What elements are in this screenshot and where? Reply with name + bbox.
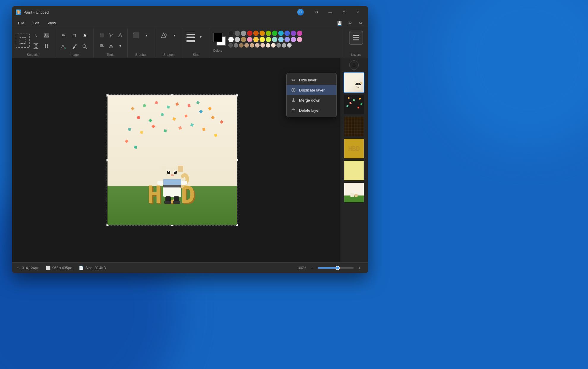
context-hide-layer[interactable]: Hide layer [287, 75, 336, 85]
selection-dropdown-btn[interactable] [42, 41, 51, 51]
color-swatch[interactable] [241, 37, 246, 42]
magnifier-btn[interactable] [80, 42, 90, 51]
save-button[interactable]: 💾 [335, 18, 344, 28]
color-swatch[interactable] [297, 31, 302, 36]
color-swatch[interactable] [255, 43, 260, 48]
text-btn[interactable]: A [80, 31, 90, 40]
layer-5-thumb[interactable] [344, 160, 364, 181]
color-swatch[interactable] [239, 43, 244, 48]
color-swatch[interactable] [272, 31, 277, 36]
color-swatch[interactable] [260, 43, 265, 48]
layer-6-thumb[interactable] [344, 182, 364, 203]
color-swatch[interactable] [253, 31, 259, 36]
tool-5[interactable] [106, 41, 116, 51]
redo-button[interactable]: ↪ [356, 18, 366, 28]
color-swatch[interactable] [244, 43, 249, 48]
color-swatch[interactable] [284, 31, 290, 36]
color-swatch[interactable] [228, 31, 234, 36]
color-swatch[interactable] [284, 37, 290, 42]
fill-btn[interactable] [59, 42, 68, 51]
eraser-btn[interactable]: ◻ [69, 31, 79, 40]
color-swatch[interactable] [241, 31, 246, 36]
color-swatch[interactable] [276, 43, 281, 48]
minimize-button[interactable]: — [323, 6, 337, 18]
tool-1[interactable]: ⬛ [97, 31, 107, 40]
tools-label: Tools [107, 53, 114, 56]
foreground-color[interactable] [213, 33, 222, 42]
selection-tool-btn[interactable] [16, 34, 30, 48]
size-section: ▼ Size [183, 28, 209, 58]
tool-3[interactable] [116, 31, 125, 40]
zoom-in-btn[interactable]: + [356, 264, 363, 272]
color-swatch[interactable] [228, 37, 234, 42]
hide-icon [291, 77, 296, 83]
color-swatch[interactable] [291, 37, 296, 42]
zoom-slider[interactable] [318, 267, 354, 269]
svg-rect-28 [163, 185, 181, 187]
color-swatch[interactable] [287, 43, 292, 48]
color-swatch[interactable] [271, 43, 276, 48]
layer-2-thumb[interactable] [344, 94, 364, 115]
color-swatch[interactable] [235, 31, 240, 36]
tool-6[interactable]: ▼ [116, 41, 125, 51]
color-swatch[interactable] [253, 37, 259, 42]
color-pick-btn[interactable] [69, 42, 79, 51]
color-swatch[interactable] [278, 31, 284, 36]
transform-tool-btn[interactable] [31, 41, 41, 51]
settings-btn[interactable]: ⚙ [310, 6, 323, 18]
color-swatch[interactable] [297, 37, 302, 42]
svg-rect-10 [353, 37, 359, 38]
color-swatch[interactable] [282, 43, 286, 48]
file-size-text: Size: 20.4KB [85, 266, 106, 270]
color-swatch[interactable] [235, 37, 240, 42]
image-tool-btn[interactable] [42, 31, 51, 40]
color-swatch[interactable] [272, 37, 277, 42]
zoom-out-btn[interactable]: − [309, 264, 316, 272]
context-merge-down[interactable]: Merge down [287, 95, 336, 105]
color-swatch[interactable] [260, 37, 265, 42]
menu-file[interactable]: File [15, 20, 28, 26]
tool-2[interactable] [106, 31, 116, 40]
maximize-button[interactable]: □ [337, 6, 351, 18]
tool-4[interactable] [97, 41, 107, 51]
crop-tool-btn[interactable]: ⤡ [31, 31, 41, 40]
size-dropdown-btn[interactable]: ▼ [196, 32, 206, 42]
shapes-btn[interactable] [159, 31, 168, 40]
layer-1-thumb[interactable] [344, 72, 364, 93]
duplicate-layer-label: Duplicate layer [299, 88, 325, 92]
color-swatch[interactable] [234, 43, 238, 48]
window-title: Paint - Untitled [23, 10, 294, 15]
color-swatch[interactable] [260, 31, 265, 36]
color-swatch[interactable] [247, 37, 252, 42]
svg-rect-36 [349, 197, 359, 200]
color-swatch[interactable] [250, 43, 254, 48]
delete-layer-label: Delete layer [299, 108, 320, 113]
color-swatch[interactable] [278, 37, 284, 42]
add-layer-btn[interactable]: + [349, 60, 359, 70]
context-delete-layer[interactable]: Delete layer [287, 105, 336, 115]
merge-down-label: Merge down [299, 98, 320, 102]
shapes-dropdown-btn[interactable]: ▼ [170, 31, 179, 40]
color-swatch[interactable] [266, 43, 270, 48]
context-duplicate-layer[interactable]: Duplicate layer [287, 85, 336, 95]
menu-view[interactable]: View [44, 20, 59, 26]
undo-button[interactable]: ↩ [345, 18, 355, 28]
duplicate-icon [291, 87, 296, 93]
close-button[interactable]: ✕ [351, 6, 364, 18]
color-swatch[interactable] [247, 31, 252, 36]
svg-rect-16 [168, 171, 169, 172]
color-swatch[interactable] [266, 37, 271, 42]
color-swatch[interactable] [291, 31, 296, 36]
user-avatar-btn[interactable]: U [294, 6, 307, 18]
color-swatch[interactable] [228, 43, 233, 48]
pencil-btn[interactable]: ✏ [59, 31, 68, 40]
menu-edit[interactable]: Edit [29, 20, 43, 26]
layer-4-thumb[interactable]: HBD [344, 138, 364, 159]
layer-3-thumb[interactable] [344, 116, 364, 137]
color-swatch[interactable] [266, 31, 271, 36]
brush-dropdown-btn[interactable]: ▼ [142, 31, 151, 40]
svg-line-6 [86, 47, 87, 49]
brush-btn[interactable]: ⬛ [131, 31, 141, 40]
layers-panel-btn[interactable] [349, 31, 363, 45]
svg-rect-27 [163, 179, 181, 185]
